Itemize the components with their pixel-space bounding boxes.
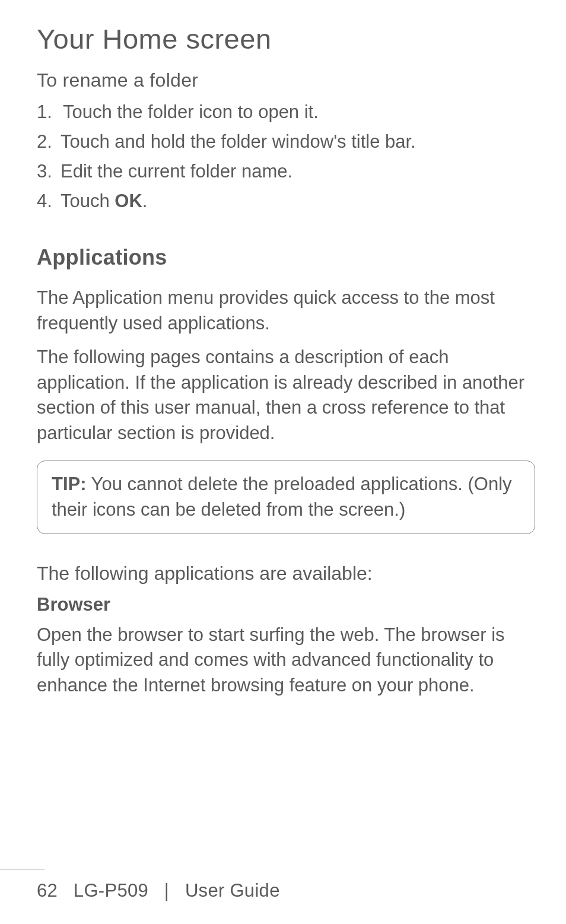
tip-label: TIP: bbox=[52, 474, 87, 494]
available-apps-heading: The following applications are available… bbox=[37, 563, 535, 585]
step-text-bold: OK bbox=[115, 190, 142, 211]
step-text: Touch OK. bbox=[61, 189, 147, 214]
page-footer: 62 LG-P509 | User Guide bbox=[0, 869, 566, 901]
step-number: 2. bbox=[37, 129, 57, 154]
browser-description: Open the browser to start surfing the we… bbox=[37, 623, 535, 698]
footer-label: User Guide bbox=[185, 880, 280, 901]
list-item: 4. Touch OK. bbox=[37, 189, 535, 214]
step-number: 4. bbox=[37, 189, 57, 214]
step-number: 1. bbox=[37, 100, 57, 125]
page-title: Your Home screen bbox=[37, 23, 535, 55]
page-number: 62 bbox=[37, 880, 58, 901]
step-number: 3. bbox=[37, 159, 57, 184]
step-text: Edit the current folder name. bbox=[61, 159, 292, 184]
applications-heading: Applications bbox=[37, 245, 535, 270]
rename-folder-heading: To rename a folder bbox=[37, 69, 535, 91]
step-text: Touch and hold the folder window's title… bbox=[61, 129, 416, 154]
rename-steps-list: 1. Touch the folder icon to open it. 2. … bbox=[37, 100, 535, 213]
browser-title: Browser bbox=[37, 594, 535, 615]
list-item: 1. Touch the folder icon to open it. bbox=[37, 100, 535, 125]
tip-body: You cannot delete the preloaded applicat… bbox=[52, 474, 512, 520]
footer-separator: | bbox=[164, 880, 169, 901]
step-text-suffix: . bbox=[142, 190, 148, 211]
list-item: 2. Touch and hold the folder window's ti… bbox=[37, 129, 535, 154]
tip-box: TIP: You cannot delete the preloaded app… bbox=[37, 461, 535, 534]
footer-divider bbox=[0, 869, 44, 869]
footer-text: 62 LG-P509 | User Guide bbox=[0, 880, 566, 901]
step-text-prefix: Touch bbox=[61, 190, 115, 211]
applications-para-1: The Application menu provides quick acce… bbox=[37, 285, 535, 336]
step-text: Touch the folder icon to open it. bbox=[63, 100, 319, 125]
applications-para-2: The following pages contains a descripti… bbox=[37, 345, 535, 446]
list-item: 3. Edit the current folder name. bbox=[37, 159, 535, 184]
tip-text: TIP: You cannot delete the preloaded app… bbox=[52, 472, 520, 523]
footer-model: LG-P509 bbox=[74, 880, 148, 901]
